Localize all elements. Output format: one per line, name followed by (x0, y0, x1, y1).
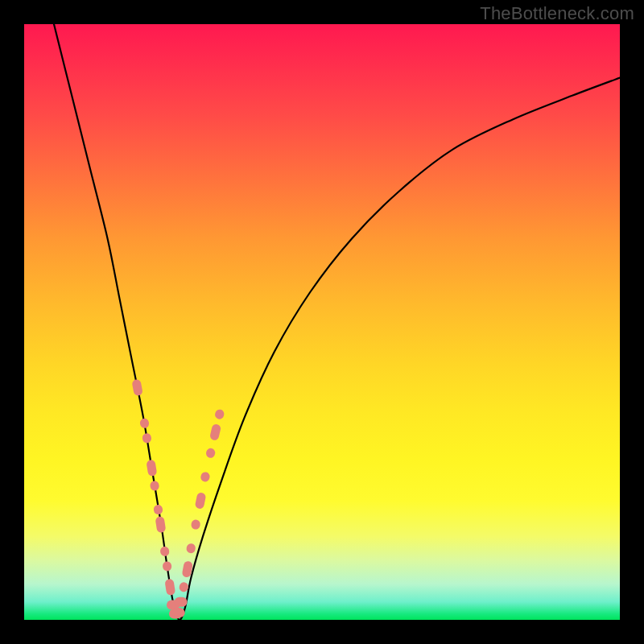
highlight-bead (159, 546, 170, 557)
highlight-bead (195, 492, 207, 510)
highlight-bead (153, 504, 163, 515)
highlight-bead (214, 409, 225, 420)
highlight-bead (164, 579, 175, 596)
highlight-bead (186, 543, 196, 554)
highlight-bead (142, 433, 152, 444)
highlight-bead (131, 379, 143, 397)
highlight-bead (172, 608, 185, 617)
plot-area (24, 24, 620, 620)
highlight-bead (139, 418, 150, 429)
highlight-dots (131, 379, 225, 619)
curve-layer (24, 24, 620, 620)
highlight-bead (162, 561, 172, 572)
bottleneck-curve (54, 24, 620, 620)
highlight-bead (200, 471, 210, 482)
highlight-bead (209, 423, 221, 441)
watermark-text: TheBottleneck.com (480, 3, 634, 24)
highlight-bead (205, 448, 216, 459)
highlight-bead (146, 460, 157, 477)
highlight-bead (175, 597, 188, 607)
highlight-bead (150, 481, 160, 492)
chart-frame: TheBottleneck.com (0, 0, 644, 644)
highlight-bead (155, 516, 166, 533)
highlight-bead (191, 519, 201, 530)
